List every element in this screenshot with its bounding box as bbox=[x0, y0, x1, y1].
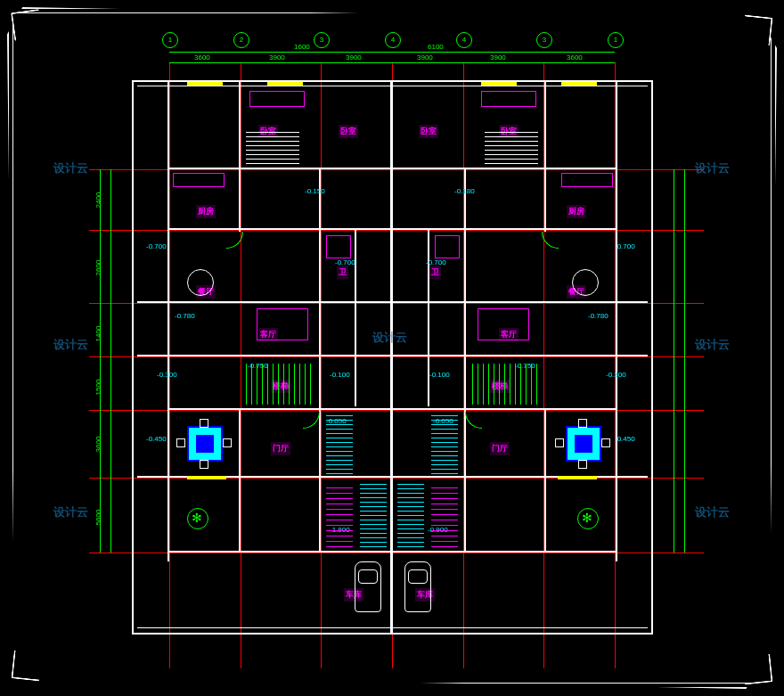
dim-text: 1500 bbox=[94, 380, 102, 396]
chair bbox=[601, 438, 610, 447]
wardrobe bbox=[481, 91, 536, 107]
wall bbox=[319, 168, 321, 551]
elevation-label: -0.300 bbox=[157, 371, 177, 379]
chair bbox=[200, 419, 208, 428]
car-icon bbox=[355, 561, 381, 612]
grid-bubble: 3 bbox=[314, 32, 330, 48]
watermark-text: 设计云 bbox=[372, 330, 407, 346]
bathroom-fixture bbox=[326, 235, 351, 258]
elevation-label: -0.700 bbox=[335, 258, 355, 266]
grid-bubble: 1 bbox=[162, 32, 178, 48]
wardrobe bbox=[249, 91, 305, 107]
wall bbox=[167, 228, 617, 230]
room-label: 卧室 bbox=[339, 125, 358, 138]
wall bbox=[355, 228, 356, 406]
grid-line-v bbox=[169, 62, 170, 668]
room-label: 卧室 bbox=[419, 125, 438, 138]
grid-bubble: 1 bbox=[608, 32, 624, 48]
dining-table bbox=[187, 269, 214, 296]
grid-line-h bbox=[89, 356, 704, 357]
dim-text: 3900 bbox=[346, 53, 362, 61]
grid-line-v bbox=[241, 62, 241, 668]
wall bbox=[544, 408, 546, 551]
dim-text: 3600 bbox=[567, 53, 583, 61]
grid-bubble: 3 bbox=[536, 32, 552, 48]
tree-icon bbox=[577, 508, 599, 529]
stair-run bbox=[397, 483, 424, 547]
grid-line-h bbox=[89, 553, 704, 553]
bathroom-fixture bbox=[435, 235, 460, 258]
wall-party bbox=[390, 80, 393, 633]
elevation-label: -0.780 bbox=[175, 312, 195, 320]
car-icon bbox=[404, 561, 431, 612]
elevation-label: -0.180 bbox=[454, 187, 475, 195]
chair bbox=[200, 460, 208, 469]
elevation-label: -0.450 bbox=[146, 435, 167, 443]
room-label: 卫 bbox=[337, 266, 348, 279]
dim-line bbox=[100, 169, 101, 553]
window bbox=[187, 82, 223, 86]
grid-line-h bbox=[89, 410, 704, 411]
stair-run bbox=[326, 483, 353, 547]
room-label: 厨房 bbox=[196, 205, 216, 218]
cad-canvas[interactable]: 1 2 3 4 4 3 1 3600 3900 3900 3900 3900 3… bbox=[36, 27, 748, 669]
room-label: 门厅 bbox=[490, 442, 510, 455]
wall bbox=[544, 80, 546, 232]
chair bbox=[555, 438, 564, 447]
dim-text: 1600 bbox=[294, 43, 310, 51]
sofa bbox=[478, 308, 529, 340]
wall bbox=[167, 408, 617, 410]
tree-icon bbox=[187, 508, 208, 529]
door-swing bbox=[465, 412, 482, 429]
sofa bbox=[257, 308, 308, 340]
chair bbox=[176, 438, 185, 447]
watermark-text: 设计云 bbox=[695, 504, 730, 520]
wall bbox=[132, 80, 134, 633]
dim-text: 3900 bbox=[490, 53, 506, 61]
wall bbox=[137, 355, 648, 356]
window bbox=[187, 476, 226, 479]
dim-text: 1400 bbox=[94, 326, 102, 342]
dim-text: 2400 bbox=[94, 192, 102, 209]
stair-run bbox=[360, 483, 387, 547]
kitchen-counter bbox=[561, 173, 613, 187]
chair bbox=[578, 460, 587, 469]
elevation-label: -0.780 bbox=[588, 312, 608, 320]
grid-line-v bbox=[321, 62, 322, 668]
wall bbox=[167, 168, 617, 169]
watermark-text: 设计云 bbox=[53, 504, 88, 520]
elevation-label: -0.700 bbox=[426, 258, 446, 266]
room-label: 卫 bbox=[429, 266, 441, 279]
dim-line bbox=[110, 169, 111, 553]
watermark-text: 设计云 bbox=[695, 160, 730, 176]
grid-bubble: 2 bbox=[233, 32, 249, 48]
elevation-label: -0.150 bbox=[305, 187, 325, 195]
grid-line-h bbox=[89, 303, 704, 304]
chair bbox=[578, 419, 587, 428]
window bbox=[561, 82, 597, 86]
watermark-text: 设计云 bbox=[53, 160, 88, 176]
chair bbox=[223, 438, 232, 447]
grid-bubble: 4 bbox=[385, 32, 401, 48]
wall bbox=[137, 301, 648, 303]
outdoor-table bbox=[187, 426, 223, 462]
elevation-label: -0.100 bbox=[330, 371, 350, 379]
stair bbox=[472, 364, 538, 405]
stair-run bbox=[431, 483, 458, 547]
elevation-label: -0.300 bbox=[606, 371, 626, 379]
stair-run bbox=[326, 412, 353, 474]
stair-run bbox=[431, 412, 458, 474]
wall bbox=[167, 551, 617, 553]
window bbox=[267, 82, 303, 86]
watermark-text: 设计云 bbox=[695, 337, 730, 353]
grid-line-h bbox=[89, 169, 704, 170]
balcony-stair bbox=[246, 132, 299, 164]
window bbox=[481, 82, 517, 86]
wall bbox=[239, 408, 241, 551]
wall bbox=[464, 168, 466, 551]
elevation-label: -0.100 bbox=[429, 371, 450, 379]
dim-text: 2600 bbox=[94, 260, 102, 276]
watermark-text: 设计云 bbox=[53, 337, 88, 353]
dim-line bbox=[169, 62, 615, 63]
wall bbox=[132, 633, 653, 635]
